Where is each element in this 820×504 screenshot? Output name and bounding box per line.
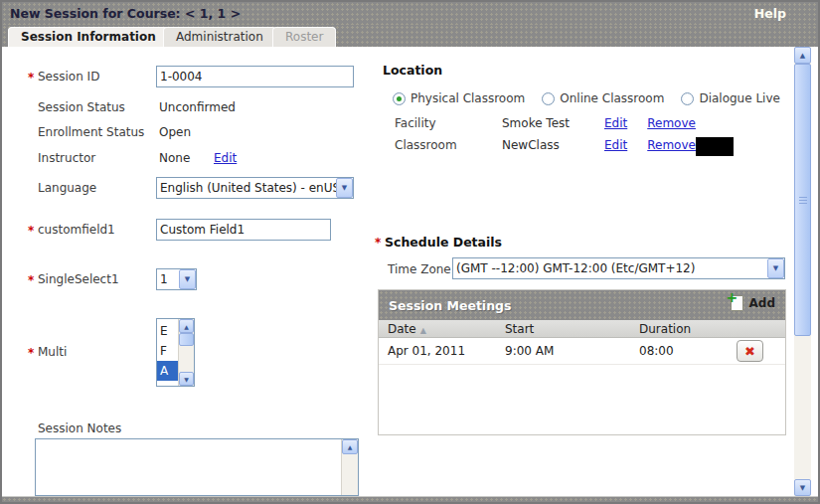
language-select[interactable]: English (United States) - enUS ▼ (156, 177, 354, 199)
window-footer (2, 496, 818, 502)
add-meeting-button[interactable]: + Add (731, 295, 775, 311)
required-marker: * (28, 71, 34, 84)
meeting-date: Apr 01, 2011 (379, 344, 496, 358)
customfield1-label: customfield1 (38, 223, 115, 237)
radio-physical-classroom[interactable]: Physical Classroom (393, 91, 525, 105)
singleselect1-value: 1 (157, 272, 179, 286)
classroom-value: NewClass (502, 138, 604, 152)
scrollbar-grip-icon (799, 197, 807, 204)
session-status-label: Session Status (38, 100, 125, 114)
delete-meeting-button[interactable]: ✖ (737, 340, 763, 362)
meeting-start: 9:00 AM (496, 344, 630, 358)
sort-asc-icon: ▲ (420, 326, 426, 335)
language-label: Language (38, 181, 96, 195)
facility-row: Facility Smoke Test Edit Remove (395, 116, 696, 130)
classroom-edit-link[interactable]: Edit (604, 138, 627, 152)
page-title: New Session for Course: < 1, 1 > (10, 6, 241, 21)
schedule-details-heading: Schedule Details (385, 235, 502, 250)
radio-unselected-icon[interactable] (681, 92, 694, 105)
help-link[interactable]: Help (754, 6, 786, 21)
multi-options: E F A (157, 319, 178, 386)
location-heading: Location (383, 63, 442, 78)
instructor-edit-link[interactable]: Edit (214, 151, 237, 165)
singleselect1-select[interactable]: 1 ▼ (156, 268, 197, 290)
enrollment-status-value: Open (159, 125, 191, 139)
chevron-down-icon[interactable]: ▼ (767, 258, 784, 278)
required-marker: * (28, 224, 34, 238)
scroll-down-icon[interactable]: ▼ (794, 479, 811, 496)
required-marker: * (28, 273, 34, 287)
meeting-duration: 08:00 (630, 344, 739, 358)
session-notes-label: Session Notes (38, 421, 121, 435)
session-notes-scrollbar[interactable]: ▲ (341, 439, 358, 495)
tab-session-information[interactable]: Session Information (8, 27, 169, 47)
session-id-input[interactable] (156, 66, 354, 87)
session-notes-textarea[interactable] (36, 439, 341, 495)
multi-label: Multi (38, 345, 67, 359)
instructor-label: Instructor (38, 151, 95, 165)
time-zone-value: (GMT --12:00) GMT-12:00 (Etc/GMT+12) (453, 261, 767, 275)
facility-value: Smoke Test (502, 116, 604, 130)
radio-unselected-icon[interactable] (542, 92, 555, 105)
chevron-down-icon[interactable]: ▼ (179, 269, 196, 289)
add-label: Add (749, 296, 775, 310)
tab-bar: Session Information Administration Roste… (2, 25, 818, 47)
multi-scrollbar-thumb[interactable] (179, 333, 194, 346)
required-marker: * (28, 346, 34, 360)
facility-label: Facility (395, 116, 502, 130)
scroll-up-icon[interactable]: ▲ (342, 439, 358, 454)
meeting-row: Apr 01, 2011 9:00 AM 08:00 ✖ (379, 338, 785, 365)
meetings-column-headers: Date▲ Start Duration (379, 320, 785, 338)
column-header-date[interactable]: Date▲ (379, 322, 496, 336)
multi-listbox[interactable]: E F A ▲ ▼ (156, 318, 195, 387)
black-redaction-box (696, 137, 734, 156)
facility-edit-link[interactable]: Edit (604, 116, 627, 130)
enrollment-status-label: Enrollment Status (38, 125, 144, 139)
scroll-down-icon[interactable]: ▼ (179, 372, 194, 386)
multi-option[interactable]: E (157, 321, 178, 341)
classroom-label: Classroom (395, 138, 502, 152)
multi-option-selected[interactable]: A (157, 361, 178, 381)
title-bar: New Session for Course: < 1, 1 > Help (2, 2, 818, 25)
singleselect1-label: SingleSelect1 (38, 272, 119, 286)
multi-scrollbar[interactable]: ▲ ▼ (178, 319, 194, 386)
session-meetings-header: Session Meetings + Add (379, 290, 785, 320)
classroom-remove-link[interactable]: Remove (647, 138, 696, 152)
form-content: * Session ID Session Status Unconfirmed … (2, 47, 811, 496)
scrollbar-thumb[interactable] (794, 64, 811, 336)
scroll-up-icon[interactable]: ▲ (179, 319, 194, 333)
radio-selected-icon[interactable] (393, 92, 406, 105)
multi-option[interactable]: F (157, 341, 178, 361)
vertical-scrollbar[interactable]: ▲ ▼ (794, 47, 811, 496)
required-marker: * (375, 236, 381, 250)
tab-administration[interactable]: Administration (163, 27, 276, 47)
session-meetings-title: Session Meetings (389, 298, 511, 313)
chevron-down-icon[interactable]: ▼ (336, 178, 353, 198)
facility-remove-link[interactable]: Remove (647, 116, 696, 130)
column-header-start[interactable]: Start (496, 322, 630, 336)
radio-label: Online Classroom (560, 91, 664, 105)
classroom-row: Classroom NewClass Edit Remove (395, 138, 696, 152)
session-meetings-panel: Session Meetings + Add Date▲ Start Durat… (378, 289, 786, 435)
add-icon: + (731, 295, 743, 311)
radio-online-classroom[interactable]: Online Classroom (542, 91, 664, 105)
time-zone-select[interactable]: (GMT --12:00) GMT-12:00 (Etc/GMT+12) ▼ (452, 257, 785, 279)
tab-roster[interactable]: Roster (272, 27, 336, 47)
radio-label: Dialogue Live (699, 91, 780, 105)
session-status-value: Unconfirmed (159, 100, 236, 114)
radio-label: Physical Classroom (410, 91, 525, 105)
customfield1-input[interactable] (156, 219, 331, 241)
language-select-value: English (United States) - enUS (157, 181, 336, 195)
session-editor-window: New Session for Course: < 1, 1 > Help Se… (0, 0, 820, 504)
scroll-up-icon[interactable]: ▲ (794, 47, 811, 64)
column-header-duration[interactable]: Duration (630, 322, 739, 336)
session-id-label: Session ID (38, 70, 99, 84)
time-zone-label: Time Zone (388, 262, 451, 276)
location-radio-group: Physical Classroom Online Classroom Dial… (393, 91, 780, 105)
session-notes-field: ▲ (35, 438, 359, 496)
delete-icon: ✖ (744, 344, 755, 359)
instructor-value: None (159, 151, 190, 165)
radio-dialogue-live[interactable]: Dialogue Live (681, 91, 780, 105)
